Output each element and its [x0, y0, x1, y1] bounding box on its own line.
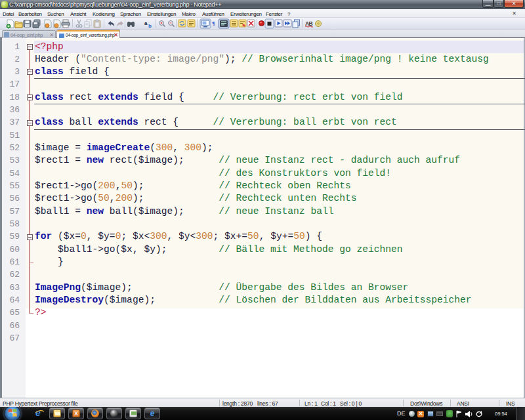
svg-text:a: a [144, 20, 148, 26]
svg-text:b: b [148, 23, 152, 29]
svg-text:¶: ¶ [212, 20, 215, 27]
svg-text:B: B [309, 20, 313, 27]
